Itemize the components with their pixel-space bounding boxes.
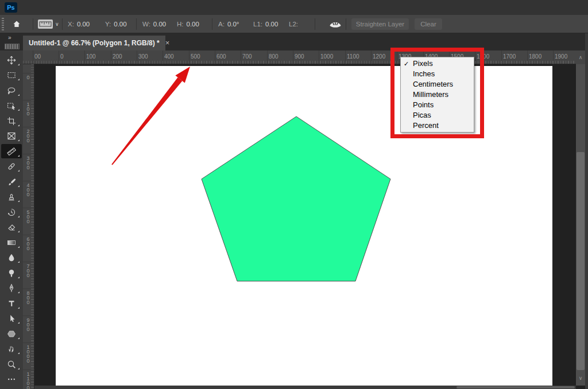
horizontal-scrollbar-thumb[interactable] bbox=[457, 386, 575, 388]
unit-menu-item[interactable]: Millimeters bbox=[401, 90, 474, 100]
toolbar-header-icon bbox=[5, 44, 20, 49]
scroll-down-icon[interactable]: ∨ bbox=[576, 372, 585, 386]
divider bbox=[212, 18, 212, 30]
rectangular-marquee-tool[interactable] bbox=[1, 68, 22, 82]
crop-tool[interactable] bbox=[1, 114, 22, 128]
tick-line bbox=[527, 50, 528, 64]
ruler-tool[interactable] bbox=[1, 144, 22, 158]
tick-line bbox=[241, 50, 241, 64]
pen-tool[interactable] bbox=[1, 281, 22, 295]
options-bar: ∨ X:0.00 Y:0.00 W:0.00 H:0.00 A:0.0° L1:… bbox=[0, 15, 588, 33]
path-selection-tool[interactable] bbox=[1, 311, 22, 325]
tick-label: 700 bbox=[242, 53, 252, 60]
edit-toolbar-icon[interactable] bbox=[1, 372, 22, 386]
pentagon-shape[interactable] bbox=[56, 66, 552, 386]
tick-label: 500 bbox=[191, 53, 200, 60]
angle-readout: A:0.0° bbox=[218, 15, 239, 33]
shape-tool[interactable] bbox=[1, 326, 22, 341]
scroll-up-icon[interactable]: ∧ bbox=[576, 50, 585, 64]
frame-tool[interactable] bbox=[1, 129, 22, 143]
move-tool[interactable] bbox=[1, 53, 22, 67]
tick-line bbox=[293, 50, 293, 64]
l1-value: 0.00 bbox=[265, 21, 278, 28]
w-value: 0.00 bbox=[153, 21, 166, 28]
chevron-down-icon[interactable]: ∨ bbox=[55, 20, 59, 29]
unit-menu-item[interactable]: Picas bbox=[401, 110, 474, 120]
unit-menu-item[interactable]: Centimeters bbox=[401, 79, 474, 90]
tick-label: 400 bbox=[164, 53, 174, 60]
brush-tool[interactable] bbox=[1, 174, 22, 189]
tick-line bbox=[23, 316, 34, 316]
clone-stamp-tool[interactable] bbox=[1, 189, 22, 204]
type-tool[interactable] bbox=[1, 296, 22, 310]
tick-label: 800 bbox=[269, 53, 278, 60]
l2-readout: L2: bbox=[289, 15, 298, 33]
horizontal-ruler[interactable]: 00 0 100 200 300 400 500 600 bbox=[23, 50, 576, 64]
tick-label: 1100 bbox=[347, 53, 359, 60]
unit-menu-item-label: Points bbox=[413, 100, 434, 109]
tick-line bbox=[23, 100, 34, 100]
w-readout: W:0.00 bbox=[142, 15, 166, 33]
photoshop-window: Ps ∨ X:0.00 Y:0.00 W:0.00 bbox=[0, 0, 588, 389]
tick-label: 200 bbox=[25, 129, 31, 142]
unit-menu-item-label: Picas bbox=[413, 111, 431, 119]
tick-line bbox=[215, 50, 215, 64]
panel-dock-strip bbox=[585, 33, 588, 389]
unit-menu-item[interactable]: Inches bbox=[401, 69, 474, 79]
collapse-panels-icon[interactable]: » bbox=[8, 34, 12, 41]
gradient-tool[interactable] bbox=[1, 235, 22, 250]
ruler-unit-context-menu: ✓ Pixels Inches Centimeters Millimeters … bbox=[400, 57, 474, 133]
dodge-tool[interactable] bbox=[1, 266, 22, 280]
tick-line bbox=[23, 369, 34, 370]
zoom-tool[interactable] bbox=[1, 357, 22, 371]
tick-line bbox=[23, 208, 34, 208]
divider bbox=[136, 18, 137, 30]
tick-label: 0 bbox=[25, 75, 31, 79]
tick-label: 100 bbox=[25, 102, 31, 115]
tick-line bbox=[163, 50, 163, 64]
blur-tool[interactable] bbox=[1, 250, 22, 264]
divider bbox=[315, 18, 315, 30]
spot-healing-brush-tool[interactable] bbox=[1, 159, 22, 173]
unit-menu-item-label: Pixels bbox=[413, 59, 433, 68]
workspace bbox=[34, 64, 576, 386]
document-canvas[interactable] bbox=[56, 66, 552, 386]
clear-button[interactable]: Clear bbox=[415, 18, 442, 30]
history-brush-tool[interactable] bbox=[1, 205, 22, 219]
home-icon bbox=[12, 20, 21, 29]
divider bbox=[62, 18, 63, 30]
ruler-tool-preset[interactable] bbox=[38, 20, 53, 29]
eraser-tool[interactable] bbox=[1, 220, 22, 234]
home-button[interactable] bbox=[9, 18, 24, 30]
lasso-tool[interactable] bbox=[1, 83, 22, 98]
tick-label: 900 bbox=[295, 53, 304, 60]
hand-tool[interactable] bbox=[1, 341, 22, 356]
y-label: Y: bbox=[105, 21, 111, 28]
unit-menu-item[interactable]: Percent bbox=[401, 120, 474, 131]
measurement-scale-icon[interactable] bbox=[328, 18, 342, 31]
tick-label: 700 bbox=[25, 263, 31, 277]
photoshop-logo-icon[interactable]: Ps bbox=[5, 2, 17, 13]
document-tab-title: Untitled-1 @ 66.7% (Polygon 1, RGB/8) * bbox=[23, 39, 160, 47]
grip-handle-icon[interactable] bbox=[2, 18, 4, 30]
tick-line bbox=[189, 50, 189, 64]
vertical-scrollbar[interactable] bbox=[576, 64, 585, 386]
tick-label: 600 bbox=[25, 236, 31, 250]
close-tab-icon[interactable]: × bbox=[165, 36, 170, 50]
horizontal-scrollbar[interactable] bbox=[34, 386, 576, 389]
object-selection-tool[interactable] bbox=[1, 98, 22, 112]
tick-line bbox=[23, 154, 34, 154]
tick-line bbox=[23, 262, 34, 262]
document-tab[interactable]: Untitled-1 @ 66.7% (Polygon 1, RGB/8) * … bbox=[23, 36, 165, 50]
tick-label: 100 bbox=[86, 53, 96, 60]
unit-menu-item[interactable]: ✓ Pixels bbox=[401, 59, 474, 69]
tick-line bbox=[475, 50, 475, 64]
straighten-layer-button[interactable]: Straighten Layer bbox=[351, 18, 409, 30]
check-icon: ✓ bbox=[404, 59, 409, 69]
vertical-ruler[interactable]: 0 100 200 300 400 500 600 700 bbox=[23, 64, 34, 389]
unit-menu-item-label: Inches bbox=[413, 69, 435, 78]
tick-line bbox=[23, 343, 34, 343]
vertical-scrollbar-thumb[interactable] bbox=[577, 152, 585, 370]
h-value: 0.00 bbox=[187, 21, 199, 28]
unit-menu-item[interactable]: Points bbox=[401, 100, 474, 110]
